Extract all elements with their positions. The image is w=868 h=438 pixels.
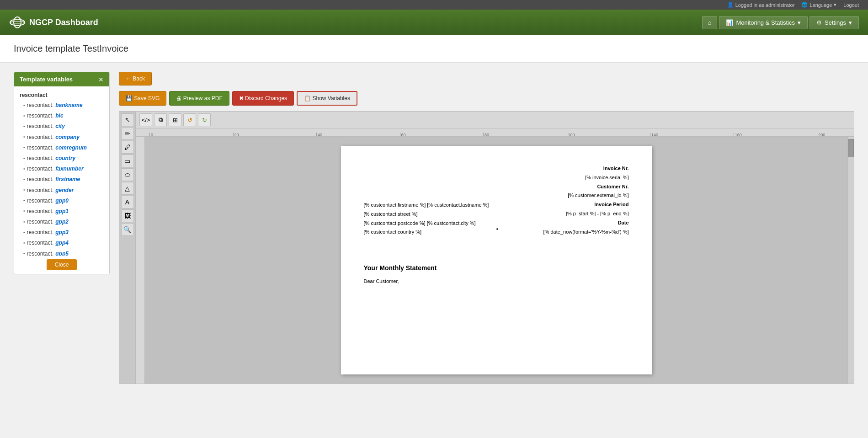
grid-button[interactable]: ⊞ <box>169 113 181 126</box>
template-list-item: rescontact.firstname <box>14 174 109 185</box>
template-section-header: rescontact <box>14 90 109 100</box>
editor-main: </> ⧉ ⊞ ↺ ↻ 0 20 40 60 80 100 140 <box>136 112 854 384</box>
save-svg-button[interactable]: 💾 Save SVG <box>119 91 166 106</box>
invoice-info-block: Invoice Nr. [% invoice.serial %] Custome… <box>543 164 629 236</box>
template-list-item: rescontact.gpp3 <box>14 227 109 238</box>
customer-nr-label: Customer Nr. <box>543 182 629 192</box>
invoice-period-label: Invoice Period <box>543 200 629 209</box>
scrollbar-thumb[interactable] <box>848 139 854 157</box>
redo-button[interactable]: ↻ <box>198 113 211 126</box>
invoice-serial-value: [% invoice.serial %] <box>543 173 629 182</box>
document-page: Invoice Nr. [% invoice.serial %] Custome… <box>341 146 652 374</box>
pen-tool-button[interactable]: 🖊 <box>121 141 134 154</box>
doc-body-text: Dear Customer, <box>364 278 629 284</box>
settings-label: Settings <box>825 19 846 26</box>
template-list-item: rescontact.bankname <box>14 100 109 111</box>
monitoring-label: Monitoring & Statistics <box>736 19 795 26</box>
brand: NGCP Dashboard <box>9 16 98 29</box>
ruler-mark-40: 40 <box>316 133 322 136</box>
date-value: [% date_now(format='%Y-%m-%d') %] <box>543 228 629 237</box>
home-icon: ⌂ <box>708 19 712 26</box>
logout-link[interactable]: Logout <box>843 2 859 8</box>
brand-text: NGCP Dashboard <box>29 18 98 27</box>
ellipse-tool-button[interactable]: ⬭ <box>121 168 134 181</box>
monitoring-button[interactable]: 📊 Monitoring & Statistics ▾ <box>719 16 808 29</box>
user-info: 👤 Logged in as administrator <box>727 2 795 8</box>
discard-changes-button[interactable]: ✖ Discard Changes <box>232 91 294 106</box>
vertical-ruler <box>136 137 145 384</box>
rect-tool-button[interactable]: ▭ <box>121 155 134 167</box>
text-tool-button[interactable]: A <box>121 196 134 208</box>
page-header: Invoice template TestInvoice <box>0 35 868 63</box>
settings-button[interactable]: ⚙ Settings ▾ <box>809 16 859 29</box>
settings-icon: ⚙ <box>816 19 822 26</box>
ruler-mark-160: 160 <box>734 133 742 136</box>
language-link[interactable]: Language <box>809 2 832 8</box>
code-view-button[interactable]: </> <box>139 113 152 126</box>
template-panel-close-button[interactable]: ✕ <box>98 76 104 83</box>
ruler: 0 20 40 60 80 100 140 160 200 <box>136 128 854 137</box>
back-row: ← Back <box>119 72 854 85</box>
template-list-item: rescontact.gpp1 <box>14 206 109 217</box>
navbar: NGCP Dashboard ⌂ 📊 Monitoring & Statisti… <box>0 10 868 35</box>
date-label: Date <box>543 219 629 228</box>
template-list-item: rescontact.bic <box>14 111 109 121</box>
invoice-period-value: [% p_start %] - [% p_end %] <box>543 209 629 219</box>
template-list-item: rescontact.gpp2 <box>14 217 109 227</box>
home-button[interactable]: ⌂ <box>702 16 718 29</box>
template-list-item: rescontact.company <box>14 132 109 143</box>
template-panel-body: rescontact rescontact.banknamerescontact… <box>14 86 109 256</box>
ruler-mark-60: 60 <box>400 133 406 136</box>
ruler-mark-100: 100 <box>567 133 575 136</box>
template-panel: Template variables ✕ rescontact resconta… <box>14 72 110 274</box>
vertical-scrollbar[interactable] <box>847 137 854 384</box>
preview-pdf-button[interactable]: 🖨 Preview as PDF <box>169 91 229 106</box>
ruler-mark-140: 140 <box>650 133 658 136</box>
canvas-area[interactable]: Invoice Nr. [% invoice.serial %] Custome… <box>145 137 847 384</box>
template-panel-footer: Close <box>14 256 109 274</box>
main-content: Template variables ✕ rescontact resconta… <box>0 63 868 393</box>
user-label: Logged in as administrator <box>735 2 795 8</box>
template-close-button[interactable]: Close <box>47 259 77 270</box>
page-title: Invoice template TestInvoice <box>14 43 854 54</box>
customer-external-id-value: [% customer.external_id %] <box>543 191 629 200</box>
ruler-mark-0: 0 <box>149 133 153 136</box>
editor-area: ← Back 💾 Save SVG 🖨 Preview as PDF ✖ Dis… <box>119 72 854 384</box>
template-panel-header: Template variables ✕ <box>14 72 109 86</box>
template-list-item: rescontact.faxnumber <box>14 164 109 174</box>
document-dot <box>496 228 498 230</box>
top-bar: 👤 Logged in as administrator 🌐 Language … <box>0 0 868 10</box>
clone-button[interactable]: ⧉ <box>154 113 167 126</box>
template-list-item: rescontact.gpp4 <box>14 238 109 248</box>
icon-toolbar: ↖ ✏ 🖊 ▭ ⬭ △ A 🖼 🔍 <box>119 112 136 384</box>
toolbar-row: 💾 Save SVG 🖨 Preview as PDF ✖ Discard Ch… <box>119 91 854 106</box>
triangle-tool-button[interactable]: △ <box>121 182 134 195</box>
select-tool-button[interactable]: ↖ <box>121 113 134 126</box>
back-button[interactable]: ← Back <box>119 72 152 85</box>
undo-button[interactable]: ↺ <box>183 113 196 126</box>
monthly-title: Your Monthly Statement <box>364 264 629 272</box>
navbar-nav: ⌂ 📊 Monitoring & Statistics ▾ ⚙ Settings… <box>702 16 859 29</box>
chevron-down-icon: ▾ <box>798 19 801 26</box>
ruler-mark-20: 20 <box>233 133 239 136</box>
editor-container: ↖ ✏ 🖊 ▭ ⬭ △ A 🖼 🔍 </> ⧉ ⊞ ↺ ↻ <box>119 111 854 384</box>
user-icon: 👤 <box>727 2 734 8</box>
svg-point-1 <box>14 17 21 28</box>
chart-icon: 📊 <box>726 19 733 26</box>
ruler-mark-200: 200 <box>817 133 825 136</box>
editor-scroll[interactable]: Invoice Nr. [% invoice.serial %] Custome… <box>136 137 854 384</box>
chevron-down-icon: ▾ <box>834 2 836 8</box>
language-info[interactable]: 🌐 Language ▾ <box>801 2 836 8</box>
svg-point-2 <box>10 21 25 23</box>
ruler-mark-80: 80 <box>483 133 489 136</box>
template-list-item: rescontact.gpp5 <box>14 249 109 256</box>
pencil-tool-button[interactable]: ✏ <box>121 127 134 140</box>
show-variables-button[interactable]: 📋 Show Variables <box>297 91 357 106</box>
zoom-tool-button[interactable]: 🔍 <box>121 223 134 236</box>
language-icon: 🌐 <box>801 2 808 8</box>
template-panel-title: Template variables <box>20 76 73 83</box>
svg-point-0 <box>10 19 25 26</box>
template-list-item: rescontact.gender <box>14 185 109 196</box>
image-tool-button[interactable]: 🖼 <box>121 209 134 222</box>
template-list-item: rescontact.city <box>14 121 109 132</box>
